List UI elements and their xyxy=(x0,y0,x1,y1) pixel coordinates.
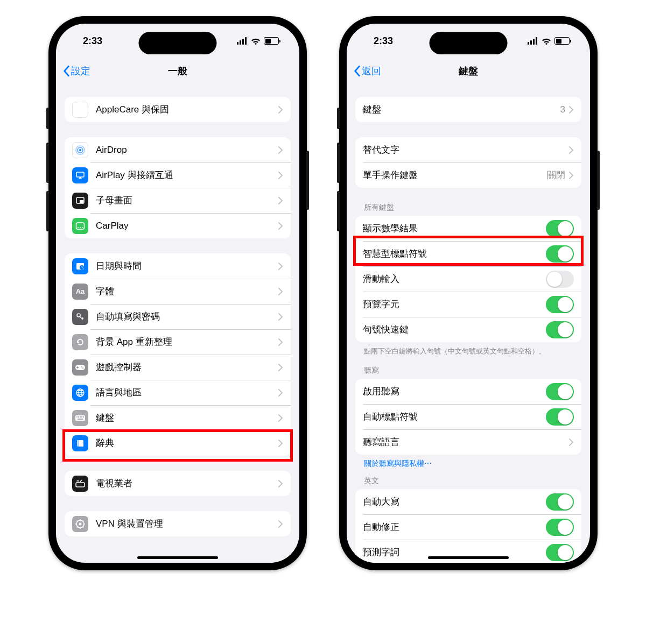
carplay-icon xyxy=(72,218,88,234)
row-label: AirDrop xyxy=(96,145,278,155)
row-show-math[interactable]: 顯示數學結果 xyxy=(355,216,581,241)
chevron-right-icon xyxy=(278,414,283,422)
status-time: 2:33 xyxy=(374,36,393,47)
chevron-left-icon xyxy=(353,65,361,77)
row-slide-type[interactable]: 滑動輸入 xyxy=(355,266,581,292)
row-carplay[interactable]: CarPlay xyxy=(65,213,291,238)
chevron-right-icon xyxy=(278,262,283,271)
svg-rect-23 xyxy=(81,416,82,417)
toggle-period-shortcut[interactable] xyxy=(546,321,574,338)
svg-rect-5 xyxy=(80,200,83,203)
row-applecare[interactable]: AppleCare 與保固 xyxy=(65,97,291,122)
row-vpn[interactable]: VPN 與裝置管理 xyxy=(65,511,291,536)
row-background-refresh[interactable]: 背景 App 重新整理 xyxy=(65,329,291,355)
row-keyboard[interactable]: 鍵盤 xyxy=(65,405,291,430)
svg-rect-9 xyxy=(82,227,83,228)
chevron-right-icon xyxy=(278,520,283,528)
row-pip[interactable]: 子母畫面 xyxy=(65,188,291,213)
row-label: 鍵盤 xyxy=(96,412,278,424)
row-period-shortcut[interactable]: 句號快速鍵 xyxy=(355,317,581,342)
row-airplay[interactable]: AirPlay 與接續互通 xyxy=(65,162,291,188)
row-game-controller[interactable]: 遊戲控制器 xyxy=(65,355,291,380)
toggle-char-preview[interactable] xyxy=(546,296,574,313)
row-autocorrect[interactable]: 自動修正 xyxy=(355,514,581,540)
row-label: 鍵盤 xyxy=(363,103,560,116)
row-label: 遊戲控制器 xyxy=(96,361,278,373)
row-label: 背景 App 重新整理 xyxy=(96,336,278,348)
chevron-right-icon xyxy=(278,287,283,296)
volume-up xyxy=(337,143,340,183)
svg-point-0 xyxy=(79,149,81,151)
toggle-auto-punct-dict[interactable] xyxy=(546,408,574,426)
phone-right: 2:33 返回 鍵盤 鍵盤 3 xyxy=(339,16,598,570)
row-char-preview[interactable]: 預覽字元 xyxy=(355,292,581,317)
back-button[interactable]: 返回 xyxy=(353,65,381,77)
toggle-enable-dictation[interactable] xyxy=(546,383,574,400)
power-button xyxy=(597,151,600,210)
row-smart-punct[interactable]: 智慧型標點符號 xyxy=(355,241,581,266)
toggle-smart-punct[interactable] xyxy=(546,245,574,263)
toggle-slide-type[interactable] xyxy=(546,271,574,288)
chevron-right-icon xyxy=(278,338,283,346)
dynamic-island xyxy=(139,32,217,54)
back-button[interactable]: 設定 xyxy=(62,65,90,77)
row-label: 電視業者 xyxy=(96,477,278,490)
row-label: 自動大寫 xyxy=(363,496,546,508)
toggle-autocorrect[interactable] xyxy=(546,519,574,536)
svg-point-27 xyxy=(80,481,81,482)
battery-icon xyxy=(554,37,570,45)
settings-list[interactable]: AppleCare 與保固 AirDrop AirPlay 與接續互通 xyxy=(56,84,299,563)
group-system: 日期與時間 Aa 字體 自動填寫與密碼 xyxy=(65,253,291,456)
row-enable-dictation[interactable]: 啟用聽寫 xyxy=(355,379,581,404)
row-label: VPN 與裝置管理 xyxy=(96,518,278,530)
power-button xyxy=(306,151,309,210)
row-language-region[interactable]: 語言與地區 xyxy=(65,380,291,405)
globe-icon xyxy=(72,385,88,401)
home-indicator[interactable] xyxy=(428,556,509,559)
row-dictation-languages[interactable]: 聽寫語言 xyxy=(355,429,581,455)
row-datetime[interactable]: 日期與時間 xyxy=(65,253,291,279)
mute-switch xyxy=(46,108,49,129)
apple-logo-icon xyxy=(72,102,88,118)
row-autocap[interactable]: 自動大寫 xyxy=(355,489,581,514)
svg-point-29 xyxy=(79,522,82,525)
home-indicator[interactable] xyxy=(137,556,218,559)
footer-period-shortcut: 點兩下空白鍵將輸入句號（中文句號或英文句點和空格）。 xyxy=(355,342,581,356)
link-dictation-privacy[interactable]: 關於聽寫與隱私權⋯ xyxy=(355,455,581,469)
row-text-replacement[interactable]: 替代文字 xyxy=(355,137,581,162)
row-autofill[interactable]: 自動填寫與密碼 xyxy=(65,304,291,329)
back-label: 返回 xyxy=(362,65,381,77)
row-dictionary[interactable]: 辭典 xyxy=(65,430,291,456)
toggle-show-math[interactable] xyxy=(546,220,574,237)
chevron-right-icon xyxy=(278,313,283,321)
phone-left: 2:33 設定 一般 AppleCare 與保固 xyxy=(48,16,307,570)
toggle-autocap[interactable] xyxy=(546,493,574,511)
group-dictation: 啟用聽寫 自動標點符號 聽寫語言 xyxy=(355,379,581,455)
row-label: 子母畫面 xyxy=(96,194,278,207)
chevron-right-icon xyxy=(278,363,283,372)
cellular-icon xyxy=(528,37,538,45)
svg-rect-19 xyxy=(75,415,85,421)
row-label: 日期與時間 xyxy=(96,260,278,272)
chevron-left-icon xyxy=(62,65,70,77)
row-label: AppleCare 與保固 xyxy=(96,103,278,116)
row-airdrop[interactable]: AirDrop xyxy=(65,137,291,162)
row-one-handed[interactable]: 單手操作鍵盤 關閉 xyxy=(355,162,581,188)
row-fonts[interactable]: Aa 字體 xyxy=(65,279,291,304)
keyboard-icon xyxy=(72,410,88,426)
row-tv-provider[interactable]: 電視業者 xyxy=(65,471,291,496)
row-label: 預覽字元 xyxy=(363,298,546,310)
section-header-all-kb: 所有鍵盤 xyxy=(355,188,581,216)
back-label: 設定 xyxy=(71,65,90,77)
svg-rect-21 xyxy=(78,416,79,417)
chevron-right-icon xyxy=(568,438,574,447)
volume-up xyxy=(46,143,49,183)
keyboard-settings-list[interactable]: 鍵盤 3 替代文字 單手操作鍵盤 關閉 所有鍵盤 顯示 xyxy=(347,84,590,563)
row-keyboards[interactable]: 鍵盤 3 xyxy=(355,97,581,122)
row-predictive[interactable]: 預測字詞 xyxy=(355,540,581,563)
toggle-predictive[interactable] xyxy=(546,544,574,561)
row-auto-punct-dict[interactable]: 自動標點符號 xyxy=(355,404,581,429)
svg-rect-22 xyxy=(80,416,81,417)
airdrop-icon xyxy=(72,142,88,158)
svg-rect-11 xyxy=(76,263,84,265)
